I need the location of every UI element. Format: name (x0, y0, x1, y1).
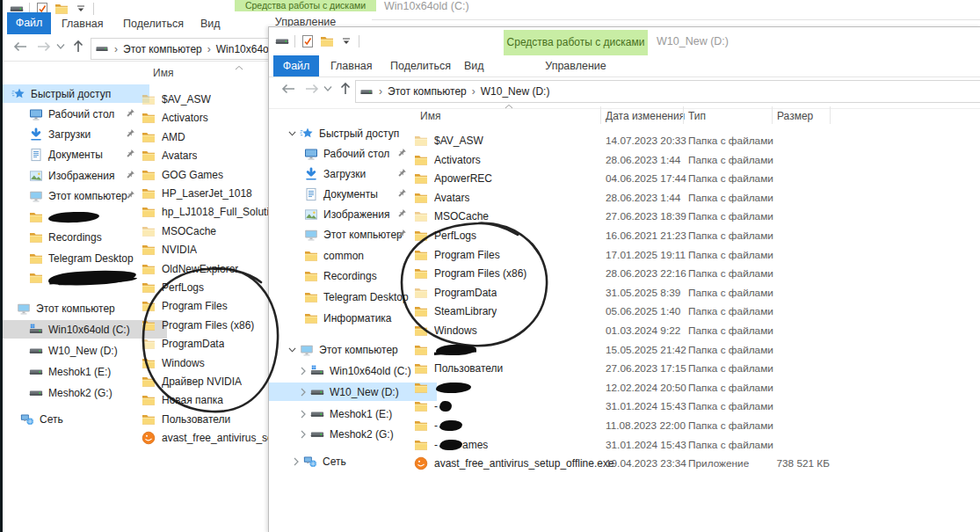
file-row-perflogs[interactable]: PerfLogs16.06.2021 21:23Папка с файлами (414, 226, 980, 244)
file-row-avast-free-antivirus-setup-offline-exe[interactable]: avast_free_antivirus_setup_offline.exe19… (414, 454, 980, 472)
file-row-пользователи[interactable]: Пользователи (142, 410, 268, 428)
checkmark-icon[interactable] (301, 34, 315, 48)
file-row-nvidia[interactable]: NVIDIA (142, 240, 268, 259)
file-row--[interactable]: -ames31.01.2024 15:43Папка с файлами (414, 435, 980, 454)
sidebar-item-быстрый-доступ[interactable]: Быстрый доступ (3, 84, 149, 103)
tab-file[interactable]: Файл (273, 55, 319, 77)
file-row-avatars[interactable]: Avatars28.06.2023 1:44Папка с файлами (414, 188, 980, 207)
column-divider[interactable] (600, 106, 601, 124)
sidebar-item-этот-компьютер[interactable]: Этот компьютер (3, 299, 155, 317)
column-header-size[interactable]: Размер (777, 110, 813, 122)
tab-home[interactable]: Главная (62, 18, 104, 30)
sidebar-item-этот-компьютер[interactable]: Этот компьютер (269, 340, 426, 359)
folder-icon[interactable] (54, 2, 69, 16)
file-row-hp-laserjet-1018[interactable]: HP_LaserJet_1018 (142, 184, 268, 202)
chevron-right-icon[interactable] (299, 410, 307, 419)
column-divider[interactable] (683, 106, 684, 124)
file-row-пользователи[interactable]: Пользователи27.06.2023 17:15Папка с файл… (414, 359, 980, 377)
column-divider[interactable] (772, 106, 773, 124)
file-row-$av-asw[interactable]: $AV_ASW (142, 90, 268, 108)
chevron-down-icon[interactable] (288, 129, 296, 138)
qat-dropdown-icon[interactable] (339, 38, 353, 45)
column-header-name[interactable]: Имя (420, 110, 440, 122)
file-row-program-files-(x86)[interactable]: Program Files (x86)28.06.2023 22:16Папка… (414, 264, 980, 282)
qat-dropdown-icon[interactable] (74, 5, 88, 12)
file-row-program-files[interactable]: Program Files (142, 296, 268, 315)
file-row-hp-lj1018-full-solution[interactable]: hp_LJ1018_Full_Solution (142, 202, 268, 221)
column-header-date[interactable]: Дата изменения (606, 110, 685, 122)
forward-icon[interactable] (37, 41, 51, 52)
sidebar-item-win10x64old-c-[interactable]: Win10x64old (C:) (269, 361, 437, 380)
file-row-activators[interactable]: Activators28.06.2023 1:44Папка с файлами (414, 150, 980, 169)
disk-tools-tab[interactable]: Средства работы с дисками (235, 0, 376, 11)
file-row-steamlibrary[interactable]: SteamLibrary05.06.2025 1:40Папка с файла… (414, 302, 980, 320)
file-row-новая-папка[interactable]: Новая папка (142, 390, 268, 409)
sidebar-item-label: Telegram Desktop (323, 291, 409, 303)
sidebar-item-сеть[interactable]: Сеть (3, 410, 158, 428)
sidebar-item-быстрый-доступ[interactable]: Быстрый доступ (269, 124, 426, 142)
back-icon[interactable] (13, 41, 27, 52)
drive-icon[interactable] (275, 34, 289, 48)
sidebar-item-w10-new-d-[interactable]: W10_New (D:) (269, 383, 437, 401)
breadcrumb-path[interactable]: W10_New (D:) (481, 85, 550, 98)
file-row--[interactable]: -11.08.2023 22:00Папка с файлами (414, 416, 980, 434)
file-row-windows[interactable]: Windows01.03.2024 9:22Папка с файлами (414, 321, 980, 339)
breadcrumb-root[interactable]: Этот компьютер (123, 43, 202, 55)
file-row-gog-games[interactable]: GOG Games (142, 165, 268, 184)
file-row-$av-asw[interactable]: $AV_ASW14.07.2023 20:33Папка с файлами (414, 131, 980, 149)
forward-icon[interactable] (305, 84, 319, 94)
sort-ascending-icon[interactable] (505, 104, 513, 109)
file-row-programdata[interactable]: ProgramData (142, 334, 268, 353)
file-row-oldnewexplorer[interactable]: OldNewExplorer (142, 259, 268, 278)
chevron-down-icon[interactable] (288, 346, 296, 354)
chevron-right-icon[interactable] (299, 388, 307, 397)
column-divider[interactable] (830, 106, 831, 124)
sidebar-item-meshok1-e-[interactable]: Meshok1 (E:) (269, 404, 437, 423)
chevron-right-icon[interactable] (299, 430, 307, 439)
tab-manage[interactable]: Управление (504, 60, 648, 72)
file-row-program-files[interactable]: Program Files17.01.2025 19:11Папка с фай… (414, 245, 980, 264)
file-row-avast-free-antivirus-setup-offline-exe[interactable]: avast_free_antivirus_setup_offline.exe (142, 428, 268, 447)
file-row--[interactable]: -31.01.2024 15:43Папка с файлами (414, 397, 980, 415)
tab-file[interactable]: Файл (7, 12, 51, 34)
disk-tools-tab[interactable]: Средства работы с дисками (504, 30, 648, 55)
file-row-amd[interactable]: AMD (142, 128, 268, 146)
network-icon (303, 455, 317, 469)
column-header-name[interactable]: Имя (153, 67, 173, 79)
tab-view[interactable]: Вид (464, 60, 484, 72)
address-bar[interactable]: › Этот компьютер › W10_New (D:) (355, 80, 980, 103)
folder-icon[interactable] (320, 34, 334, 48)
chevron-right-icon[interactable] (292, 457, 300, 466)
file-row-redacted[interactable]: 15.05.2025 21:42Папка с файлами (414, 340, 980, 359)
column-header-type[interactable]: Тип (688, 110, 706, 122)
up-icon[interactable] (339, 82, 352, 95)
breadcrumb-root[interactable]: Этот компьютер (388, 85, 467, 98)
tab-home[interactable]: Главная (330, 60, 373, 72)
up-icon[interactable] (72, 40, 84, 53)
file-row-program-files-(x86)[interactable]: Program Files (x86) (142, 316, 268, 334)
file-row-activators[interactable]: Activators (142, 108, 268, 127)
sidebar-item-meshok2-g-[interactable]: Meshok2 (G:) (269, 425, 437, 443)
tab-view[interactable]: Вид (200, 18, 221, 30)
file-row-perflogs[interactable]: PerfLogs (142, 278, 268, 296)
file-row-programdata[interactable]: ProgramData31.05.2025 8:39Папка с файлам… (414, 283, 980, 302)
file-row-msocache[interactable]: MSOCache27.06.2023 18:39Папка с файлами (414, 207, 980, 225)
file-row-apowerrec[interactable]: ApowerREC04.06.2025 17:44Папка с файлами (414, 169, 980, 187)
back-icon[interactable] (281, 84, 295, 94)
file-date: 27.06.2023 18:39 (606, 210, 686, 222)
recent-locations-icon[interactable] (323, 85, 332, 92)
chevron-right-icon[interactable] (299, 367, 307, 375)
file-row-windows[interactable]: Windows (142, 353, 268, 372)
file-row-драйвер-nvidia[interactable]: Драйвер NVIDIA (142, 372, 268, 390)
tab-share[interactable]: Поделиться (123, 18, 184, 30)
file-row-msocache[interactable]: MSOCache (142, 222, 268, 240)
file-row-redacted[interactable]: 12.02.2024 20:50Папка с файлами (414, 378, 980, 397)
recent-locations-icon[interactable] (56, 43, 65, 50)
folder-icon (414, 438, 428, 452)
pin-icon (126, 170, 135, 179)
folder-icon (142, 111, 156, 125)
file-row-avatars[interactable]: Avatars (142, 146, 268, 164)
tab-share[interactable]: Поделиться (390, 60, 451, 72)
sidebar-item-сеть[interactable]: Сеть (269, 452, 430, 470)
sort-ascending-icon[interactable] (235, 65, 243, 70)
